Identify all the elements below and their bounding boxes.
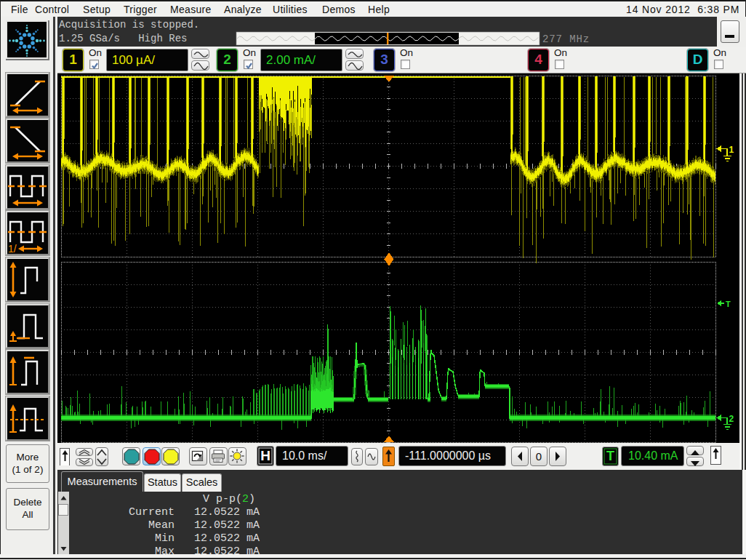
svg-text:1/: 1/: [8, 243, 17, 253]
svg-text:1: 1: [729, 145, 734, 155]
svg-text:T: T: [726, 300, 731, 308]
svg-text:2: 2: [729, 414, 734, 424]
